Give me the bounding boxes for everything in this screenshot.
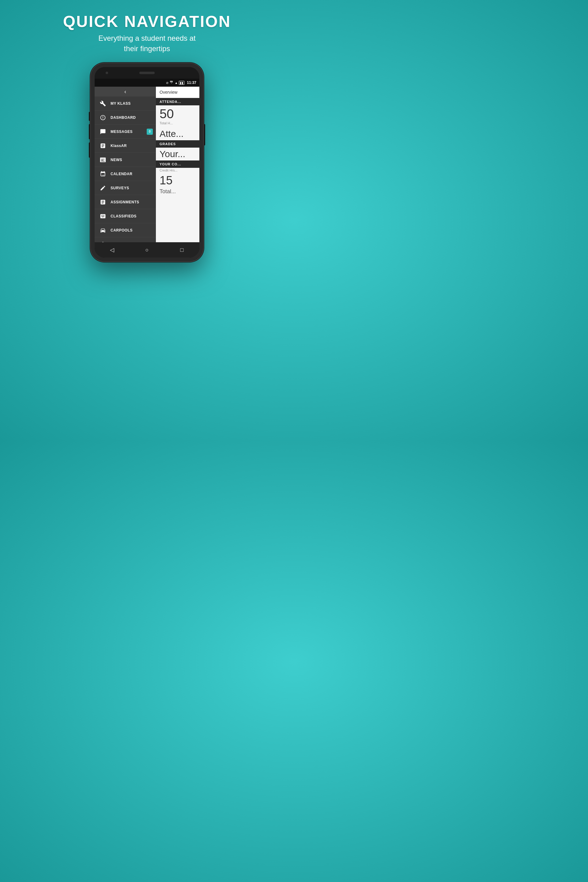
nav-label-classifieds: CLASSIFIEDS: [111, 214, 136, 218]
messages-badge: 0: [147, 129, 153, 135]
home-nav-icon: ○: [146, 247, 149, 253]
calendar-icon: 10: [99, 170, 107, 178]
nav-drawer: ‹ MY KLASS DASHBOARD: [94, 87, 156, 242]
classifieds-icon: [99, 212, 107, 220]
credit-number: 15: [156, 173, 200, 187]
back-nav-icon: ◁: [110, 246, 114, 253]
nav-label-assignments: ASSIGNMENTS: [111, 200, 140, 204]
courses-header: YOUR CO...: [156, 160, 200, 168]
attendance-header: ATTENDA...: [156, 98, 200, 105]
grades-text: Your...: [156, 148, 200, 160]
nav-item-messages[interactable]: MESSAGES 0: [94, 124, 156, 139]
page-header: QUICK NAVIGATION Everything a student ne…: [63, 0, 231, 60]
attendance-sub-label: Total H...: [156, 121, 200, 128]
status-bar: ⊘ ▲ ▮▮ 11:37: [94, 79, 200, 87]
phone-screen: ⊘ ▲ ▮▮ 11:37 ‹: [94, 67, 200, 258]
nav-item-classifieds[interactable]: CLASSIFIEDS: [94, 209, 156, 223]
wifi-icon: [170, 81, 173, 84]
wrench-icon: [99, 99, 107, 108]
power-button: [204, 124, 205, 146]
dashboard-icon: [99, 114, 107, 122]
nav-item-assignments[interactable]: ASSIGNMENTS: [94, 195, 156, 209]
nav-label-calendar: CALENDAR: [111, 172, 132, 176]
battery-icon: ▮▮: [179, 81, 184, 85]
overview-tab-label[interactable]: Overview: [156, 87, 200, 98]
home-nav-button[interactable]: ○: [141, 244, 153, 256]
nav-item-klassar[interactable]: KlassAR: [94, 139, 156, 153]
attendance-number: 50: [156, 105, 200, 121]
carpools-icon: [99, 226, 107, 234]
nav-label-dashboard: DASHBOARD: [111, 116, 136, 120]
back-arrow-icon: ‹: [124, 88, 126, 95]
phone-notch: [94, 67, 200, 79]
no-sim-icon: ⊘: [166, 81, 168, 84]
phone-mockup: ⊘ ▲ ▮▮ 11:37 ‹: [90, 63, 204, 262]
nav-item-dashboard[interactable]: DASHBOARD: [94, 111, 156, 124]
volume-down-button: [89, 124, 90, 140]
phone-body: ⊘ ▲ ▮▮ 11:37 ‹: [90, 63, 204, 262]
nav-item-my-klass[interactable]: MY KLASS: [94, 96, 156, 111]
nav-label-messages: MESSAGES: [111, 129, 133, 134]
nav-item-carpools[interactable]: CARPOOLS: [94, 223, 156, 237]
back-nav-button[interactable]: ◁: [106, 244, 118, 256]
news-icon: [99, 156, 107, 164]
speaker-grill: [140, 72, 154, 74]
messages-icon: [99, 128, 107, 136]
nav-item-news[interactable]: NEWS: [94, 153, 156, 167]
mute-button: [89, 142, 90, 158]
status-icons: ⊘ ▲ ▮▮ 11:37: [166, 81, 196, 85]
assignments-icon: [99, 198, 107, 206]
klassar-icon: [99, 142, 107, 150]
page-subtitle: Everything a student needs attheir finge…: [63, 33, 231, 54]
nav-label-news: NEWS: [111, 158, 122, 162]
svg-text:10: 10: [102, 174, 104, 176]
page-title: QUICK NAVIGATION: [63, 12, 231, 31]
nav-label-my-klass: MY KLASS: [111, 101, 131, 106]
attendance-text: Atte...: [156, 128, 200, 140]
grades-header: GRADES: [156, 140, 200, 148]
drawer-back-button[interactable]: ‹: [94, 87, 156, 96]
overview-panel: Overview ATTENDA... 50 Total H... Atte..…: [156, 87, 200, 242]
nav-label-surveys: SURVEYS: [111, 186, 129, 190]
volume-up-button: [89, 112, 90, 121]
nav-item-forms[interactable]: FORMS: [94, 237, 156, 242]
total-text: Total...: [156, 187, 200, 196]
signal-icon: ▲: [175, 81, 178, 84]
camera-dot: [106, 72, 108, 74]
recent-nav-button[interactable]: □: [176, 244, 188, 256]
recent-nav-icon: □: [180, 247, 184, 253]
credit-label: Credit Hrs...: [156, 168, 200, 173]
status-time: 11:37: [187, 81, 196, 85]
bottom-nav: ◁ ○ □: [94, 242, 200, 258]
nav-label-carpools: CARPOOLS: [111, 228, 133, 232]
nav-item-surveys[interactable]: SURVEYS: [94, 181, 156, 195]
app-content: ‹ MY KLASS DASHBOARD: [94, 87, 200, 242]
nav-label-klassar: KlassAR: [111, 144, 127, 148]
surveys-icon: [99, 184, 107, 192]
nav-item-calendar[interactable]: 10 CALENDAR: [94, 167, 156, 181]
